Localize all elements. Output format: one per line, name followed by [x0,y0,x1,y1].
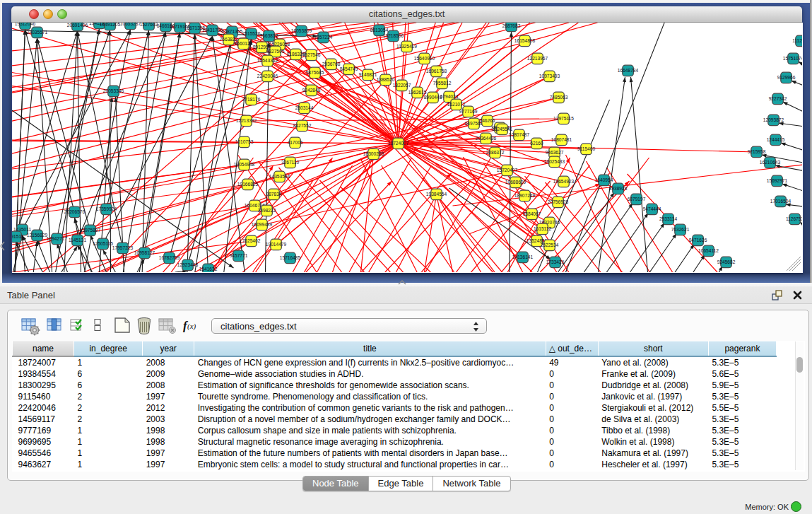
svg-text:3267110: 3267110 [281,160,300,165]
svg-text:15751074: 15751074 [783,56,802,61]
svg-text:9227342: 9227342 [769,96,787,101]
svg-text:12213967: 12213967 [527,56,548,61]
svg-text:7485063: 7485063 [550,95,568,100]
svg-text:2936768: 2936768 [322,62,341,66]
svg-text:18907249: 18907249 [514,193,536,198]
svg-text:12213392: 12213392 [236,118,257,123]
svg-text:9527546: 9527546 [302,52,321,57]
svg-text:9463627: 9463627 [546,150,564,155]
svg-text:417006: 417006 [287,140,302,145]
svg-text:22420046: 22420046 [257,74,278,78]
svg-text:7515526: 7515526 [242,31,261,36]
svg-text:16210643: 16210643 [760,160,781,165]
svg-text:16053809: 16053809 [291,28,312,33]
svg-text:6879197: 6879197 [628,197,646,201]
svg-text:9129966: 9129966 [777,75,796,80]
svg-text:2522534: 2522534 [541,243,559,247]
svg-text:1388520: 1388520 [377,77,395,82]
svg-text:20756928: 20756928 [548,199,569,204]
svg-text:18724007: 18724007 [388,141,409,146]
svg-text:10958127: 10958127 [134,250,155,255]
svg-text:1112984: 1112984 [792,38,802,43]
svg-text:16099489: 16099489 [252,222,273,227]
svg-text:12505115: 12505115 [93,241,113,246]
svg-text:9457771: 9457771 [230,253,248,258]
svg-text:13975887: 13975887 [80,228,101,233]
svg-text:10431786: 10431786 [202,28,223,33]
svg-text:1145131: 1145131 [69,238,87,243]
svg-text:20364436: 20364436 [476,136,497,141]
svg-text:2933114: 2933114 [659,216,678,221]
svg-text:20053346: 20053346 [103,88,124,93]
svg-text:16154808: 16154808 [514,38,536,43]
svg-text:20206576: 20206576 [64,209,86,214]
svg-text:18300295: 18300295 [363,151,384,156]
svg-text:1541632: 1541632 [199,267,218,271]
svg-text:9474444: 9474444 [643,206,661,211]
svg-text:1527602: 1527602 [140,23,158,27]
svg-text:10025433: 10025433 [544,159,565,164]
svg-text:5875685: 5875685 [306,70,324,75]
svg-text:8660124: 8660124 [235,41,253,46]
svg-text:(x): (x) [187,322,196,331]
svg-text:15692971: 15692971 [767,178,788,183]
svg-text:10973493: 10973493 [539,74,560,78]
svg-text:62160: 62160 [530,141,543,146]
svg-text:1362615: 1362615 [408,90,427,95]
svg-text:15716485: 15716485 [280,255,301,260]
svg-text:17957223: 17957223 [112,245,134,250]
svg-text:1615112: 1615112 [534,226,552,231]
svg-text:887834: 887834 [266,192,281,197]
svg-text:10688609: 10688609 [505,180,526,185]
svg-text:9242848: 9242848 [302,88,321,93]
svg-text:7632621: 7632621 [671,227,690,232]
svg-text:8454749: 8454749 [340,66,358,71]
svg-text:7357234: 7357234 [314,35,333,40]
svg-text:19654923: 19654923 [553,179,575,184]
svg-text:19384554: 19384554 [426,192,447,197]
svg-text:19054948: 19054948 [234,162,255,167]
svg-text:14353594: 14353594 [269,174,290,179]
svg-text:19166825: 19166825 [237,182,259,187]
svg-text:6794024: 6794024 [440,94,459,99]
svg-text:17016504: 17016504 [770,199,792,204]
svg-text:10653287: 10653287 [120,23,141,26]
svg-text:10543362: 10543362 [257,58,278,63]
svg-text:8813054: 8813054 [370,28,389,33]
svg-text:1733426: 1733426 [546,259,565,264]
svg-text:1126753: 1126753 [786,216,802,221]
svg-text:1822057: 1822057 [393,83,411,88]
svg-text:12156829: 12156829 [27,233,48,238]
svg-text:16871355: 16871355 [222,29,243,34]
svg-text:10807481: 10807481 [551,137,572,142]
svg-text:9384067: 9384067 [523,211,541,216]
svg-text:9245682: 9245682 [717,259,736,264]
svg-text:19218506: 19218506 [383,33,404,38]
svg-text:10654112: 10654112 [698,248,719,253]
svg-text:16961758: 16961758 [426,69,447,74]
svg-text:16648784: 16648784 [618,68,639,73]
svg-text:2687682: 2687682 [502,23,521,28]
svg-text:12923448: 12923448 [177,262,199,267]
svg-text:2718176: 2718176 [242,97,261,102]
svg-text:2803144: 2803144 [295,105,314,110]
svg-text:12975115: 12975115 [553,116,574,121]
svg-text:15720407: 15720407 [497,168,518,173]
svg-text:8471626: 8471626 [689,238,707,243]
svg-text:16782759: 16782759 [159,255,180,260]
svg-text:7663812: 7663812 [260,33,278,38]
svg-text:12942717: 12942717 [47,236,68,241]
svg-text:14136141: 14136141 [512,255,534,259]
svg-text:19312046: 19312046 [15,23,36,26]
svg-text:11325419: 11325419 [396,44,417,49]
svg-text:15640910: 15640910 [414,56,435,61]
svg-text:17359924: 17359924 [96,206,117,211]
svg-text:391511: 391511 [12,234,24,239]
svg-text:24035571: 24035571 [27,30,48,35]
svg-text:9146821: 9146821 [359,72,377,77]
svg-text:746266: 746266 [479,118,495,123]
svg-text:1010753: 1010753 [235,139,254,144]
svg-text:8427552: 8427552 [293,123,312,128]
svg-text:12093872: 12093872 [763,117,784,122]
svg-text:1621072: 1621072 [447,102,466,107]
